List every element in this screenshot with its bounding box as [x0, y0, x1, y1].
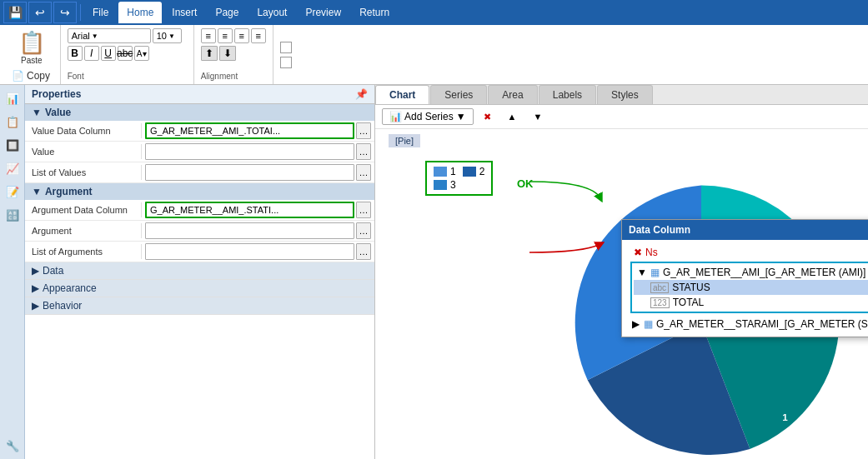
data-section-header[interactable]: ▶ Data	[25, 262, 374, 280]
font-family-value: Arial	[72, 31, 90, 41]
copy-button[interactable]: 📄 Copy	[8, 68, 55, 83]
list-of-arguments-label: List of Arguments	[25, 244, 142, 259]
value-section-label: Value	[45, 107, 71, 118]
value-input[interactable]	[145, 143, 354, 160]
ns-x-icon: ✖	[634, 247, 642, 258]
font-family-select[interactable]: Arial ▼	[68, 28, 151, 43]
italic-button[interactable]: I	[84, 46, 99, 61]
tab-styles[interactable]: Styles	[597, 85, 653, 104]
argument-row: Argument …	[25, 221, 374, 242]
tab-area[interactable]: Area	[488, 85, 537, 104]
checkbox-1[interactable]	[280, 42, 292, 53]
tree-item-total[interactable]: 123 TOTAL	[634, 295, 868, 310]
outdent-button[interactable]: ⬇	[219, 46, 236, 61]
dialog-header: Data Column ✕	[622, 220, 868, 240]
delete-series-button[interactable]: ✖	[477, 110, 498, 124]
menu-layout[interactable]: Layout	[248, 2, 295, 23]
sidebar-icon-4[interactable]: 📈	[3, 158, 23, 178]
tab-chart[interactable]: Chart	[375, 85, 429, 104]
tree-table-icon-1: ▦	[650, 267, 660, 278]
undo-icon[interactable]: ↩	[28, 2, 52, 23]
move-up-button[interactable]: ▲	[501, 110, 524, 123]
left-sidebar: 📊 📋 🔲 📈 📝 🔠 🔧	[0, 85, 25, 459]
align-right-button[interactable]: ≡	[234, 28, 249, 43]
argument-browse-button[interactable]: …	[356, 222, 371, 239]
menu-file[interactable]: File	[84, 2, 117, 23]
paste-button[interactable]: 📋 Paste	[15, 28, 48, 67]
argument-data-column-browse-button[interactable]: …	[356, 202, 371, 218]
font-size-select[interactable]: 10 ▼	[153, 28, 182, 43]
legend-color-1	[434, 167, 447, 177]
argument-section-header[interactable]: ▼ Argument	[25, 183, 374, 200]
sidebar-icon-5[interactable]: 📝	[3, 182, 23, 202]
align-left-button[interactable]: ≡	[201, 28, 216, 43]
value-data-column-label: Value Data Column	[25, 123, 142, 138]
move-down-button[interactable]: ▼	[526, 110, 549, 123]
ns-item[interactable]: ✖ Ns	[627, 245, 868, 260]
value-data-column-value: …	[142, 121, 374, 141]
list-of-values-input[interactable]	[145, 164, 354, 181]
align-justify-button[interactable]: ≡	[251, 28, 266, 43]
pie-label-area: [Pie]	[375, 129, 868, 152]
behavior-section-header[interactable]: ▶ Behavior	[25, 297, 374, 315]
checkbox-2[interactable]	[280, 57, 292, 68]
data-expand-icon: ▶	[32, 265, 39, 277]
underline-button[interactable]: U	[101, 46, 116, 61]
list-of-arguments-browse-button[interactable]: …	[356, 243, 371, 260]
tree-item-group2[interactable]: ▶ ▦ G_AR_METER__STARAMI_[G_AR_METER (STA…	[627, 317, 868, 332]
save-icon[interactable]: 💾	[3, 2, 27, 23]
strikethrough-button[interactable]: abc	[118, 46, 133, 61]
tree-abc-icon: abc	[650, 282, 669, 293]
sidebar-icon-3[interactable]: 🔲	[3, 135, 23, 155]
chart-visual: 1 2 3 OK NOK	[375, 152, 868, 459]
redo-icon[interactable]: ↪	[53, 2, 77, 23]
argument-label: Argument	[25, 223, 142, 238]
chart-toolbar: 📊 Add Series ▼ ✖ ▲ ▼	[375, 105, 868, 129]
properties-pin-icon[interactable]: 📌	[355, 88, 368, 100]
tree-item-group1-label: G_AR_METER__AMI_[G_AR_METER (AMI)]	[663, 267, 865, 278]
menu-insert[interactable]: Insert	[163, 2, 205, 23]
argument-input[interactable]	[145, 222, 354, 239]
align-center-button[interactable]: ≡	[218, 28, 233, 43]
dialog-body: ✖ Ns ▼ ▦ G_AR_METER__AMI_[G_AR_METER (AM…	[622, 240, 868, 337]
list-of-values-browse-button[interactable]: …	[356, 164, 371, 181]
tree-item-group1[interactable]: ▼ ▦ G_AR_METER__AMI_[G_AR_METER (AMI)]	[634, 265, 868, 280]
legend-label-2: 2	[479, 166, 485, 177]
sidebar-icon-2[interactable]: 📋	[3, 112, 23, 132]
list-of-values-label: List of Values	[25, 165, 142, 180]
alignment-controls: ≡ ≡ ≡ ≡	[201, 28, 266, 43]
list-of-values-row: List of Values …	[25, 162, 374, 183]
add-series-button[interactable]: 📊 Add Series ▼	[382, 108, 474, 125]
value-browse-button[interactable]: …	[356, 143, 371, 160]
tab-labels[interactable]: Labels	[539, 85, 596, 104]
sidebar-icon-1[interactable]: 📊	[3, 88, 23, 108]
font-color-button[interactable]: A▾	[134, 46, 149, 61]
menu-home[interactable]: Home	[118, 2, 162, 23]
value-row: Value …	[25, 142, 374, 162]
argument-collapse-icon: ▼	[32, 186, 42, 197]
separator	[80, 4, 81, 21]
menu-return[interactable]: Return	[351, 2, 398, 23]
sidebar-icon-6[interactable]: 🔠	[3, 205, 23, 225]
list-of-arguments-input[interactable]	[145, 243, 354, 260]
argument-data-column-input[interactable]	[145, 202, 354, 218]
behavior-expand-icon: ▶	[32, 300, 39, 312]
tab-series[interactable]: Series	[430, 85, 487, 104]
bold-button[interactable]: B	[68, 46, 83, 61]
tree-expand-icon-2: ▶	[630, 318, 640, 330]
value-data-column-browse-button[interactable]: …	[356, 122, 371, 139]
appearance-section-header[interactable]: ▶ Appearance	[25, 280, 374, 297]
properties-header: Properties 📌	[25, 85, 374, 104]
tree-expand-icon-1: ▼	[637, 267, 647, 278]
indent-button[interactable]: ⬆	[201, 46, 218, 61]
value-data-column-input[interactable]	[145, 122, 354, 139]
tree-table-icon-2: ▦	[644, 318, 653, 330]
menu-page[interactable]: Page	[207, 2, 247, 23]
value-section-header[interactable]: ▼ Value	[25, 104, 374, 121]
sidebar-icon-bottom[interactable]: 🔧	[3, 436, 23, 456]
font-group-label: Font	[68, 70, 187, 81]
tree-group-1: ▼ ▦ G_AR_METER__AMI_[G_AR_METER (AMI)] a…	[630, 262, 868, 313]
menu-preview[interactable]: Preview	[297, 2, 349, 23]
add-series-dropdown-icon: ▼	[456, 111, 466, 122]
tree-item-status[interactable]: abc STATUS	[634, 280, 868, 295]
